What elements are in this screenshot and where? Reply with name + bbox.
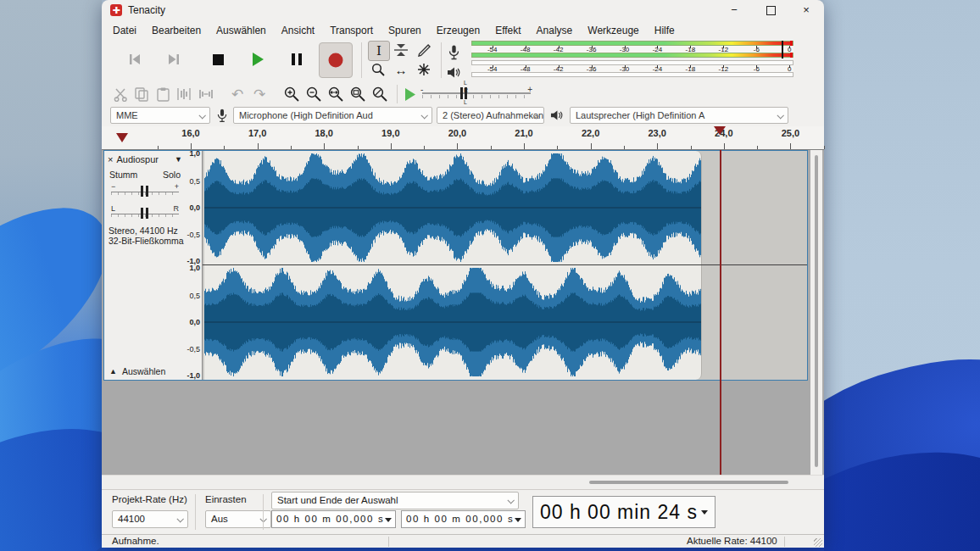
timeshift-tool-button[interactable]: ↔ <box>391 60 411 79</box>
skip-to-start-button[interactable] <box>124 48 146 70</box>
zoom-out-button[interactable] <box>303 84 324 104</box>
wallpaper-left <box>0 0 102 551</box>
pause-button[interactable] <box>286 48 308 70</box>
silence-icon <box>198 87 214 101</box>
trim-audio-button[interactable] <box>174 84 194 104</box>
skip-to-end-button[interactable] <box>163 48 185 70</box>
envelope-icon <box>394 43 408 57</box>
menu-datei[interactable]: Datei <box>105 25 144 36</box>
draw-tool-button[interactable] <box>414 41 434 59</box>
vertical-scrollbar[interactable] <box>810 150 822 475</box>
selection-end-field[interactable]: 00 h 00 m 00,000 s <box>401 510 526 528</box>
redo-button[interactable]: ↷ <box>249 84 270 104</box>
menu-erzeugen[interactable]: Erzeugen <box>429 25 487 36</box>
track-waveform-area[interactable] <box>203 151 807 380</box>
menu-analyse[interactable]: Analyse <box>529 25 581 36</box>
timeline-major-tick <box>324 143 325 149</box>
horizontal-scrollbar[interactable] <box>102 475 824 489</box>
stop-icon <box>213 54 224 65</box>
audio-host-select[interactable]: MME <box>110 107 210 124</box>
input-device-select[interactable]: Microphone (High Definition Aud <box>233 107 432 124</box>
project-rate-select[interactable]: 44100 <box>112 510 188 528</box>
play-icon <box>252 53 264 66</box>
title-bar[interactable]: ✚ Tenacity − × <box>102 0 824 21</box>
menu-transport[interactable]: Transport <box>322 25 381 36</box>
timeline-ruler[interactable]: 16,017,018,019,020,021,022,023,024,025,0 <box>102 126 824 150</box>
fit-selection-button[interactable] <box>326 84 346 104</box>
input-device-icon-wrap <box>214 106 231 125</box>
timeline-minor-tick <box>424 146 425 149</box>
play-speed-slider[interactable]: - + <box>422 92 531 94</box>
record-button[interactable] <box>319 42 353 78</box>
menu-ansicht[interactable]: Ansicht <box>274 25 322 36</box>
multi-tool-button[interactable] <box>414 60 434 79</box>
recording-meter[interactable]: -54-48-42-36-30-24-18-12-60 <box>471 41 793 58</box>
input-channels-select[interactable]: 2 (Stereo) Aufnahmekanäle <box>437 107 544 124</box>
paste-button[interactable] <box>153 84 173 104</box>
vertical-ruler-label: -1,0 <box>187 371 200 380</box>
transport-toolbar: I ↔ L R <box>102 39 824 82</box>
menu-auswählen[interactable]: Auswählen <box>209 25 274 36</box>
play-at-speed-button[interactable] <box>400 84 420 104</box>
silence-audio-button[interactable] <box>196 84 216 104</box>
playback-meter[interactable]: -54-48-42-36-30-24-18-12-60 <box>471 60 793 78</box>
snap-select[interactable]: Aus <box>205 510 271 528</box>
fit-project-icon <box>350 86 365 102</box>
pan-slider[interactable]: L R <box>111 207 179 219</box>
output-device-icon-wrap <box>548 106 565 125</box>
maximize-button[interactable] <box>758 0 783 20</box>
stop-button[interactable] <box>207 48 229 70</box>
copy-button[interactable] <box>131 84 152 104</box>
speed-slider-thumb[interactable] <box>460 87 467 99</box>
timeline-minor-tick <box>824 146 825 149</box>
play-meter-right-bar <box>471 72 793 77</box>
vertical-scrollbar-thumb[interactable] <box>815 155 818 467</box>
timeline-major-tick <box>391 143 392 149</box>
zoom-tool-button[interactable] <box>368 60 388 79</box>
gain-slider-thumb[interactable] <box>141 186 148 197</box>
collapse-label: Auswählen <box>122 366 165 376</box>
menu-bearbeiten[interactable]: Bearbeiten <box>144 25 209 36</box>
menu-werkzeuge[interactable]: Werkzeuge <box>580 25 646 36</box>
selection-mode-select[interactable]: Start und Ende der Auswahl <box>271 492 519 509</box>
resize-grip[interactable] <box>814 538 822 547</box>
menu-spuren[interactable]: Spuren <box>381 25 429 36</box>
zoom-toggle-button[interactable] <box>370 84 390 104</box>
horizontal-scrollbar-thumb[interactable] <box>589 481 788 484</box>
status-separator <box>388 537 389 547</box>
audio-position-display[interactable]: 00 h 00 min 24 s <box>532 496 716 528</box>
cut-button[interactable] <box>110 84 131 104</box>
audio-clip[interactable] <box>204 151 702 380</box>
track-close-button[interactable]: × <box>108 154 113 164</box>
scissors-icon <box>114 87 128 102</box>
gain-slider[interactable]: − + <box>111 185 179 197</box>
play-meter-speaker-button[interactable] <box>445 61 462 83</box>
track-title[interactable]: Audiospur <box>116 154 171 164</box>
close-button[interactable]: × <box>793 0 819 20</box>
play-at-speed-icon <box>404 88 416 101</box>
audio-track[interactable]: × Audiospur ▼ Stumm Solo − + <box>103 150 808 381</box>
menu-effekt[interactable]: Effekt <box>487 25 528 36</box>
output-device-select[interactable]: Lautsprecher (High Definition A <box>570 107 788 124</box>
timeline-label: 17,0 <box>248 128 266 138</box>
track-collapse-button[interactable]: ▲ Auswählen <box>109 366 165 376</box>
track-area: × Audiospur ▼ Stumm Solo − + <box>102 150 824 475</box>
minimize-button[interactable]: − <box>721 0 747 20</box>
microphone-icon <box>217 109 227 123</box>
slider-ticks <box>422 95 531 98</box>
toolbar-separator <box>263 494 264 530</box>
pan-slider-thumb[interactable] <box>141 208 148 219</box>
envelope-tool-button[interactable] <box>391 41 411 59</box>
solo-button[interactable]: Solo <box>163 170 181 180</box>
undo-button[interactable]: ↶ <box>227 84 248 104</box>
zoom-in-button[interactable] <box>281 84 302 104</box>
track-menu-arrow-icon[interactable]: ▼ <box>175 155 182 164</box>
selection-tool-button[interactable]: I <box>368 41 390 61</box>
mute-button[interactable]: Stumm <box>109 170 137 180</box>
recording-playhead-marker <box>714 126 726 135</box>
pinned-head-toggle[interactable] <box>116 133 128 142</box>
selection-start-field[interactable]: 00 h 00 m 00,000 s <box>271 510 396 528</box>
menu-hilfe[interactable]: Hilfe <box>647 25 682 36</box>
play-button[interactable] <box>247 48 269 70</box>
fit-project-button[interactable] <box>348 84 368 104</box>
